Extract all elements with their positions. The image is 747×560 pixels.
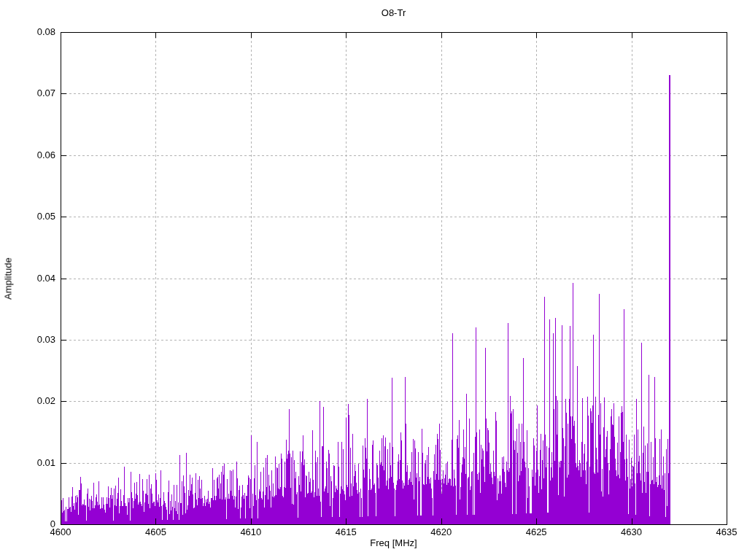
y-tick-label: 0.01 <box>0 458 55 468</box>
x-tick-label: 4635 <box>716 527 738 537</box>
spectrum-chart: O8-Tr Freq [MHz] Amplitude 4600460546104… <box>0 0 747 560</box>
x-tick-label: 4620 <box>430 527 452 537</box>
y-tick-label: 0.03 <box>0 335 55 345</box>
y-tick-label: 0 <box>0 519 55 529</box>
x-tick-label: 4630 <box>621 527 642 537</box>
x-tick-label: 4610 <box>240 527 261 537</box>
y-tick-label: 0.05 <box>0 211 55 222</box>
y-tick-label: 0.08 <box>0 27 55 37</box>
y-tick-label: 0.06 <box>0 150 55 160</box>
x-axis-label: Freq [MHz] <box>61 537 727 548</box>
x-tick-label: 4615 <box>336 527 357 537</box>
y-tick-label: 0.07 <box>0 88 55 98</box>
y-tick-label: 0.04 <box>0 273 55 284</box>
x-tick-label: 4625 <box>526 527 547 537</box>
plot-canvas <box>0 0 747 560</box>
chart-title: O8-Tr <box>61 7 727 18</box>
y-tick-label: 0.02 <box>0 396 55 406</box>
x-tick-label: 4605 <box>145 527 166 537</box>
